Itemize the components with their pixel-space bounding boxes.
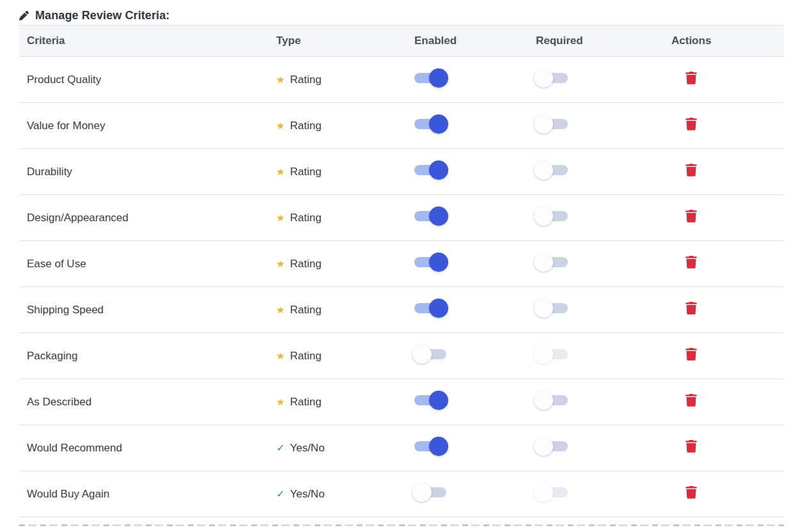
criteria-label: Design/Appearanced [27,212,276,224]
toggle-knob [534,253,553,272]
required-cell [536,165,671,178]
criteria-label: Durability [27,166,276,178]
criteria-label: Would Recommend [27,442,276,455]
trash-icon [685,72,697,84]
type-label: Rating [290,166,321,178]
required-cell [536,487,671,501]
type-cell: ★ Rating [276,396,414,409]
required-cell [536,303,671,317]
delete-button[interactable] [685,394,697,407]
actions-cell [671,118,784,134]
column-header-type: Type [276,35,414,47]
clipped-content-edge [19,524,784,526]
toggle-knob [534,345,553,364]
toggle-knob [429,68,448,88]
table-row: Would Recommend ✓ Yes/No [19,425,784,471]
required-toggle[interactable] [536,257,568,267]
rating-star-icon: ★ [276,259,285,269]
type-label: Rating [290,120,321,132]
actions-cell [671,164,784,180]
type-label: Rating [290,74,321,86]
required-cell [536,441,671,455]
enabled-cell [414,487,536,501]
enabled-toggle[interactable] [414,73,446,83]
criteria-label: Packaging [27,350,276,363]
toggle-knob [412,483,432,502]
table-row: Durability ★ Rating [19,149,784,195]
trash-icon [685,486,697,499]
toggle-knob [429,391,448,410]
delete-button[interactable] [685,440,697,453]
enabled-cell [414,119,536,132]
actions-cell [671,486,784,502]
table-row: Packaging ★ Rating [19,333,784,379]
actions-cell [671,256,784,272]
required-toggle[interactable] [536,349,568,359]
trash-icon [685,256,697,269]
rating-star-icon: ★ [276,121,285,130]
type-label: Rating [290,258,321,270]
required-toggle[interactable] [536,73,568,83]
rating-star-icon: ★ [276,351,285,361]
enabled-toggle[interactable] [414,257,446,267]
enabled-toggle[interactable] [414,349,446,359]
criteria-label: Would Buy Again [27,488,276,501]
delete-button[interactable] [685,118,697,130]
enabled-cell [414,441,536,455]
type-cell: ✓ Yes/No [276,442,414,455]
required-toggle[interactable] [536,165,568,175]
table-row: Ease of Use ★ Rating [19,241,784,287]
toggle-knob [534,160,553,180]
trash-icon [685,394,697,407]
required-toggle[interactable] [536,303,568,313]
required-toggle[interactable] [536,395,568,405]
yes-no-check-icon: ✓ [276,489,285,499]
criteria-label: Product Quality [27,74,276,86]
type-cell: ★ Rating [276,212,414,224]
pencil-icon [19,11,29,20]
delete-button[interactable] [685,256,697,269]
enabled-toggle[interactable] [414,211,446,221]
enabled-cell [414,257,536,270]
enabled-toggle[interactable] [414,303,446,313]
required-cell [536,257,671,270]
delete-button[interactable] [685,302,697,315]
table-row: As Described ★ Rating [19,379,784,425]
criteria-label: Shipping Speed [27,304,276,317]
delete-button[interactable] [685,72,697,84]
table-row: Would Buy Again ✓ Yes/No [19,471,784,517]
toggle-knob [429,253,448,272]
toggle-knob [429,160,448,180]
actions-cell [671,440,784,456]
enabled-toggle[interactable] [414,395,446,405]
criteria-label: As Described [27,396,276,409]
delete-button[interactable] [685,210,697,223]
required-toggle[interactable] [536,487,568,497]
rating-star-icon: ★ [276,213,285,223]
enabled-toggle[interactable] [414,441,446,451]
column-header-actions: Actions [671,35,784,47]
enabled-toggle[interactable] [414,165,446,175]
table-row: Design/Appearanced ★ Rating [19,195,784,241]
actions-cell [671,348,784,364]
trash-icon [685,440,697,453]
enabled-toggle[interactable] [414,487,446,497]
enabled-cell [414,395,536,409]
delete-button[interactable] [685,348,697,361]
column-header-criteria: Criteria [27,35,276,47]
required-toggle[interactable] [536,211,568,221]
type-cell: ★ Rating [276,120,414,132]
type-label: Rating [290,350,321,363]
delete-button[interactable] [685,164,697,176]
required-toggle[interactable] [536,119,568,129]
enabled-toggle[interactable] [414,119,446,129]
type-cell: ✓ Yes/No [276,488,414,501]
required-toggle[interactable] [536,441,568,451]
toggle-knob [534,483,553,502]
toggle-knob [429,299,448,318]
toggle-knob [534,68,553,88]
actions-cell [671,394,784,410]
delete-button[interactable] [685,486,697,499]
trash-icon [685,164,697,176]
required-cell [536,349,671,363]
